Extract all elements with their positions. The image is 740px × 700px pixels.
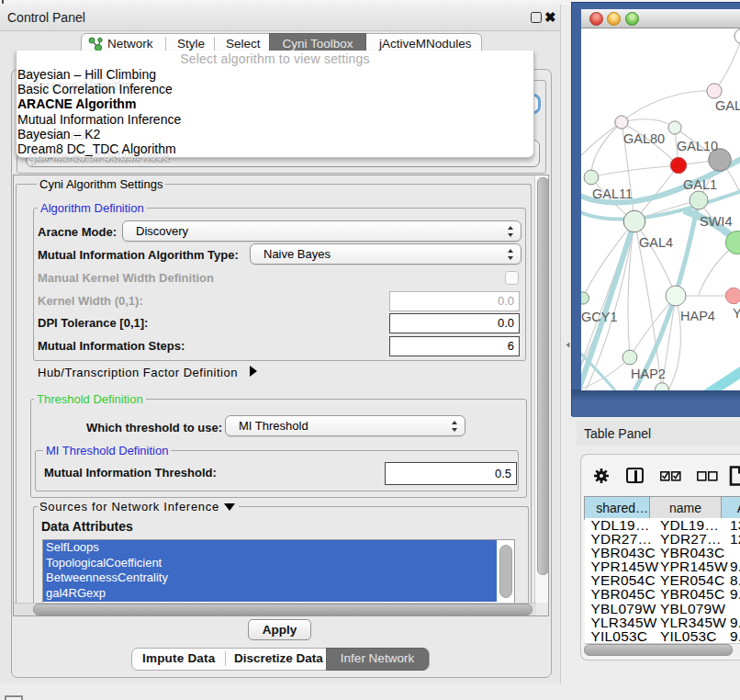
svg-text:GAL2: GAL2 bbox=[715, 98, 740, 113]
svg-text:GCY1: GCY1 bbox=[581, 310, 618, 324]
svg-text:HAP2: HAP2 bbox=[631, 367, 666, 381]
svg-text:GAL80: GAL80 bbox=[623, 131, 665, 146]
svg-text:GAL11: GAL11 bbox=[592, 186, 633, 201]
svg-text:GAL10: GAL10 bbox=[677, 139, 718, 153]
svg-text:SWI4: SWI4 bbox=[700, 214, 732, 229]
svg-text:GAL1: GAL1 bbox=[683, 177, 717, 192]
svg-text:GAL4: GAL4 bbox=[639, 235, 673, 250]
svg-text:Y: Y bbox=[733, 306, 740, 321]
svg-text:HAP4: HAP4 bbox=[680, 309, 715, 323]
